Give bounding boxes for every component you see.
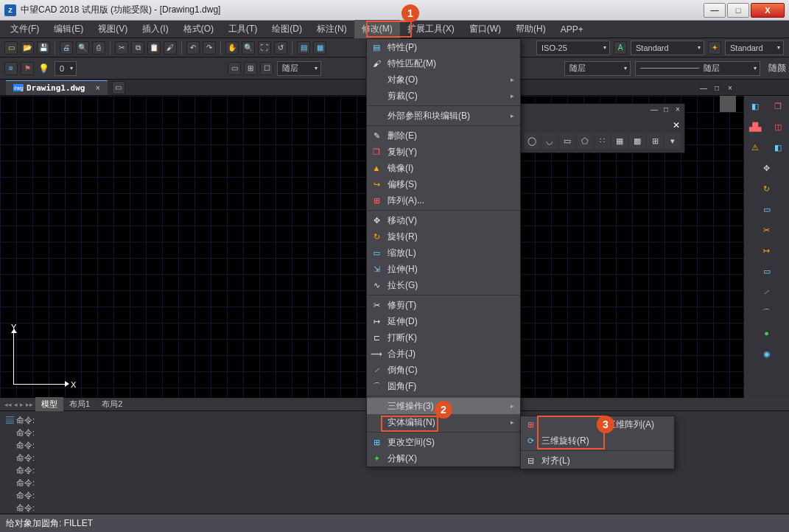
doc-minimize-icon[interactable]: — bbox=[698, 83, 709, 93]
float-minimize-icon[interactable]: — bbox=[649, 105, 659, 116]
dd-explode[interactable]: ✦分解(X) bbox=[367, 450, 520, 466]
preview-icon[interactable]: 🔍 bbox=[76, 41, 89, 55]
dd-mirror[interactable]: ▲镜像(I) bbox=[367, 160, 520, 176]
float-close-icon[interactable]: × bbox=[673, 105, 683, 116]
copy-icon[interactable]: ⧉ bbox=[131, 41, 144, 55]
tablestyle-icon[interactable]: ✦ bbox=[708, 41, 721, 55]
dd-3d-array[interactable]: ⊞三维阵列(A) bbox=[521, 416, 674, 433]
floating-toolbar[interactable]: — □ × ✕ ◯ ◡ ▭ ⬠ ∷ ▦ ▩ ⊞ ▾ bbox=[519, 103, 685, 153]
save-icon[interactable]: 💾 bbox=[37, 41, 50, 55]
publish-icon[interactable]: ⎙ bbox=[92, 41, 105, 55]
dd-join[interactable]: ⟿合并(J) bbox=[367, 346, 520, 362]
dd-break[interactable]: ⊏打断(K) bbox=[367, 329, 520, 346]
dd-chamfer[interactable]: ⟋倒角(C) bbox=[367, 362, 520, 378]
hatch-icon[interactable]: ▦ bbox=[611, 133, 628, 149]
array-tool-icon[interactable]: ⚠ bbox=[747, 139, 763, 155]
circle-icon[interactable]: ◯ bbox=[524, 133, 540, 149]
cut-icon[interactable]: ✂ bbox=[115, 41, 128, 55]
dd-move[interactable]: ✥移动(V) bbox=[367, 212, 520, 228]
doc-close-icon[interactable]: × bbox=[724, 83, 736, 93]
dd-offset[interactable]: ↪偏移(S) bbox=[367, 176, 520, 192]
dd-stretch[interactable]: ⇲拉伸(H) bbox=[367, 261, 520, 277]
erase-icon[interactable]: ◧ bbox=[747, 98, 763, 114]
menu-app[interactable]: APP+ bbox=[553, 21, 591, 38]
lineweight-combo[interactable]: 随层 bbox=[635, 61, 760, 76]
extend-tool-icon[interactable]: ↦ bbox=[759, 242, 775, 259]
poly-icon[interactable]: ⬠ bbox=[577, 133, 593, 149]
grid-icon[interactable]: ⊞ bbox=[647, 133, 663, 149]
pan-icon[interactable]: ✋ bbox=[225, 41, 239, 55]
dd-matchprop[interactable]: 🖌特性匹配(M) bbox=[367, 55, 520, 71]
checkbox-icon[interactable]: ☐ bbox=[260, 62, 273, 75]
close-button[interactable]: X bbox=[751, 3, 785, 18]
menu-view[interactable]: 视图(V) bbox=[91, 20, 135, 38]
textstyle-icon[interactable]: A bbox=[614, 41, 627, 55]
dd-rotate[interactable]: ↻旋转(R) bbox=[367, 228, 520, 245]
dd-3d-rotate[interactable]: ⟳三维旋转(R) bbox=[521, 433, 674, 449]
more-icon[interactable]: ▾ bbox=[664, 133, 681, 149]
menu-file[interactable]: 文件(F) bbox=[3, 20, 46, 38]
point-icon[interactable]: ∷ bbox=[595, 133, 611, 149]
chamfer-tool-icon[interactable]: ⟋ bbox=[759, 284, 775, 300]
properties-icon[interactable]: ▤ bbox=[297, 41, 310, 55]
linetype-combo[interactable]: 随层 bbox=[564, 61, 631, 76]
minimize-button[interactable]: — bbox=[704, 3, 726, 18]
menu-insert[interactable]: 插入(I) bbox=[135, 20, 175, 38]
zoom-realtime-icon[interactable]: 🔍 bbox=[242, 41, 255, 55]
layer-combo[interactable]: 0 bbox=[55, 61, 77, 76]
dd-array[interactable]: ⊞阵列(A)... bbox=[367, 192, 520, 209]
break-tool-icon[interactable]: ▭ bbox=[759, 263, 775, 279]
menu-format[interactable]: 格式(O) bbox=[176, 20, 221, 38]
stretch-tool-icon[interactable]: ▭ bbox=[759, 201, 775, 217]
design-center-icon[interactable]: ▦ bbox=[313, 41, 326, 55]
close-tab-icon[interactable]: × bbox=[95, 83, 99, 92]
dd-3d-operations[interactable]: 三维操作(3)▸ bbox=[367, 398, 520, 414]
dd-align[interactable]: ⊟对齐(L) bbox=[521, 452, 674, 469]
dd-scale[interactable]: ▭缩放(L) bbox=[367, 245, 520, 261]
menu-extension[interactable]: 扩展工具(X) bbox=[400, 20, 462, 38]
dd-chspace[interactable]: ⊞更改空间(S) bbox=[367, 434, 520, 450]
tab-layout2[interactable]: 布局2 bbox=[96, 397, 128, 411]
paste-icon[interactable]: 📋 bbox=[147, 41, 161, 55]
tab-layout1[interactable]: 布局1 bbox=[63, 397, 96, 411]
float-maximize-icon[interactable]: □ bbox=[661, 105, 671, 116]
undo-icon[interactable]: ↶ bbox=[186, 41, 200, 55]
offset-tool-icon[interactable]: ◫ bbox=[770, 119, 786, 135]
print-icon[interactable]: 🖨 bbox=[60, 41, 73, 55]
dd-object[interactable]: 对象(O)▸ bbox=[367, 71, 520, 88]
trim-tool-icon[interactable]: ✂ bbox=[759, 222, 775, 238]
dd-extend[interactable]: ↦延伸(D) bbox=[367, 313, 520, 329]
move-tool-icon[interactable]: ◧ bbox=[770, 139, 786, 155]
menu-dimension[interactable]: 标注(N) bbox=[309, 20, 354, 38]
menu-draw[interactable]: 绘图(D) bbox=[264, 20, 309, 38]
doc-maximize-icon[interactable]: □ bbox=[711, 83, 723, 93]
textstyle-combo[interactable]: Standard bbox=[631, 41, 704, 55]
redo-icon[interactable]: ↷ bbox=[203, 41, 216, 55]
layer-state-icon[interactable]: ⚑ bbox=[21, 62, 34, 75]
dd-xref[interactable]: 外部参照和块编辑(B)▸ bbox=[367, 108, 520, 124]
menu-tools[interactable]: 工具(T) bbox=[221, 20, 264, 38]
next-tab-icon[interactable]: ▸ bbox=[20, 401, 24, 408]
solid-tool-icon[interactable]: ◉ bbox=[759, 346, 775, 362]
rect-icon[interactable]: ▭ bbox=[559, 133, 575, 149]
insert-icon[interactable]: ⊞ bbox=[244, 62, 257, 75]
new-tab-icon[interactable]: ▭ bbox=[112, 81, 125, 94]
color-combo[interactable]: 随层 bbox=[277, 61, 321, 76]
dd-copy[interactable]: ❐复制(Y) bbox=[367, 144, 520, 160]
zoom-prev-icon[interactable]: ↺ bbox=[274, 41, 287, 55]
maximize-button[interactable]: □ bbox=[727, 3, 749, 18]
tab-model[interactable]: 模型 bbox=[35, 397, 63, 411]
layer-manager-icon[interactable]: ≡ bbox=[4, 62, 18, 75]
open-icon[interactable]: 📂 bbox=[21, 41, 34, 55]
last-tab-icon[interactable]: ▸▸ bbox=[26, 401, 33, 408]
dd-fillet[interactable]: ⌒圆角(F) bbox=[367, 378, 520, 394]
prev-tab-icon[interactable]: ◂ bbox=[14, 401, 18, 408]
first-tab-icon[interactable]: ◂◂ bbox=[4, 401, 12, 408]
explode-tool-icon[interactable]: ● bbox=[759, 325, 775, 341]
scale-tool-icon[interactable]: ↻ bbox=[759, 181, 775, 197]
tablestyle-combo[interactable]: Standard bbox=[725, 41, 784, 55]
dd-lengthen[interactable]: ∿拉长(G) bbox=[367, 277, 520, 293]
file-tab[interactable]: dwg Drawing1.dwg × bbox=[6, 80, 108, 95]
view-cube[interactable] bbox=[720, 96, 736, 112]
rotate-tool-icon[interactable]: ✥ bbox=[759, 160, 775, 176]
